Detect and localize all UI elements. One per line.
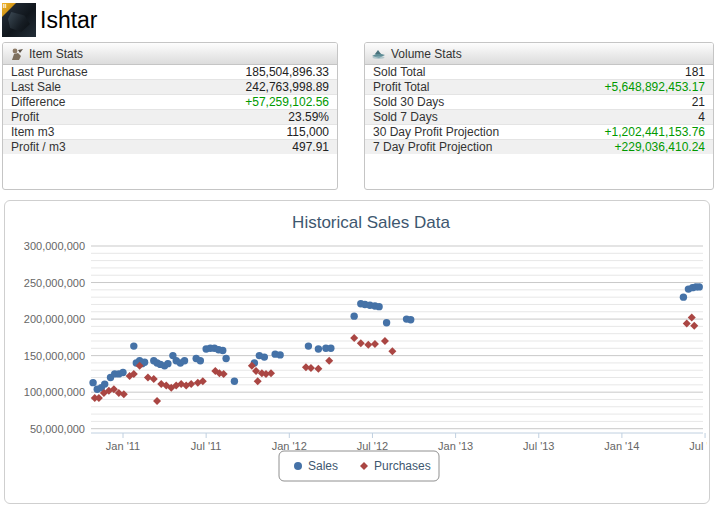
data-point	[696, 283, 703, 290]
item-stats-title: Item Stats	[29, 47, 83, 61]
stat-value: 497.91	[292, 140, 329, 154]
data-point	[325, 357, 333, 365]
x-axis-label: Jul '11	[191, 440, 222, 452]
series-sales	[89, 283, 703, 393]
data-point	[144, 374, 152, 382]
x-axis-label: Jul '12	[357, 440, 388, 452]
stat-value: 4	[698, 110, 705, 124]
data-point	[164, 360, 171, 367]
volume-stats-icon	[371, 47, 386, 61]
stat-row: Profit / m3497.91	[3, 140, 337, 154]
stat-row: 7 Day Profit Projection+229,036,410.24	[365, 140, 713, 154]
x-axis-label: Jan '12	[272, 440, 307, 452]
x-axis-label: Jan '11	[106, 440, 140, 452]
volume-stats-panel: Volume Stats Sold Total181Profit Total+5…	[364, 42, 714, 190]
volume-stats-rows: Sold Total181Profit Total+5,648,892,453.…	[365, 65, 713, 154]
stat-value: 115,000	[287, 125, 330, 139]
stat-row: Sold 30 Days21	[365, 95, 713, 110]
item-stats-header: Item Stats	[3, 43, 337, 65]
data-point	[231, 377, 238, 384]
purchases-legend-label: Purchases	[374, 459, 431, 473]
stat-label: Profit	[11, 110, 39, 124]
stat-label: Last Sale	[11, 80, 61, 94]
stat-value: 185,504,896.33	[246, 65, 329, 79]
data-point	[276, 351, 283, 358]
data-point	[688, 314, 696, 322]
y-axis-label: 150,000,000	[24, 350, 85, 362]
data-point	[690, 322, 698, 330]
data-point	[407, 316, 414, 323]
data-point	[197, 357, 204, 364]
data-point	[381, 337, 389, 345]
data-point	[261, 353, 268, 360]
stat-value: +57,259,102.56	[245, 95, 329, 109]
data-point	[350, 312, 357, 319]
stat-value: 242,763,998.89	[246, 80, 329, 94]
legend: SalesPurchases	[279, 451, 439, 481]
stat-label: Last Purchase	[11, 65, 88, 79]
item-stats-rows: Last Purchase185,504,896.33Last Sale242,…	[3, 65, 337, 154]
stat-label: Sold 30 Days	[373, 95, 444, 109]
data-point	[119, 369, 126, 376]
chart-title: Historical Sales Data	[292, 213, 450, 232]
y-axis-label: 50,000,000	[30, 423, 85, 435]
page-title: Ishtar	[40, 7, 98, 34]
x-axis-label: Jul '14	[689, 440, 707, 452]
data-point	[101, 380, 108, 387]
stat-row: Item m3115,000	[3, 125, 337, 140]
stat-value: +1,202,441,153.76	[605, 125, 705, 139]
data-point	[680, 293, 687, 300]
data-point	[181, 357, 188, 364]
stat-label: Sold Total	[373, 65, 425, 79]
chart-panel: 50,000,000100,000,000150,000,000200,000,…	[4, 200, 710, 504]
stat-value: +5,648,892,453.17	[605, 80, 705, 94]
stat-row: Last Sale242,763,998.89	[3, 80, 337, 95]
y-axis-label: 250,000,000	[24, 277, 85, 289]
sales-legend-label: Sales	[308, 459, 338, 473]
sales-legend-marker	[294, 462, 302, 470]
stat-value: 23.59%	[288, 110, 329, 124]
data-point	[150, 375, 158, 383]
item-stats-icon	[9, 47, 24, 61]
data-point	[89, 379, 96, 386]
data-point	[327, 345, 334, 352]
stat-label: 7 Day Profit Projection	[373, 140, 492, 154]
stat-label: Profit / m3	[11, 140, 66, 154]
data-point	[315, 345, 322, 352]
stat-row: Sold Total181	[365, 65, 713, 80]
stat-label: Difference	[11, 95, 65, 109]
stat-label: Item m3	[11, 125, 54, 139]
stat-row: Profit23.59%	[3, 110, 337, 125]
data-point	[130, 342, 137, 349]
stat-value: +229,036,410.24	[615, 140, 705, 154]
data-point	[375, 303, 382, 310]
stat-row: 30 Day Profit Projection+1,202,441,153.7…	[365, 125, 713, 140]
stat-row: Sold 7 Days4	[365, 110, 713, 125]
y-axis-label: 200,000,000	[24, 313, 85, 325]
volume-stats-header: Volume Stats	[365, 43, 713, 65]
stat-row: Last Purchase185,504,896.33	[3, 65, 337, 80]
data-point	[357, 339, 365, 347]
data-point	[364, 341, 372, 349]
page-header: II Ishtar	[2, 2, 98, 38]
stat-row: Profit Total+5,648,892,453.17	[365, 80, 713, 95]
item-type-icon: II	[2, 3, 36, 37]
stat-label: Profit Total	[373, 80, 429, 94]
data-point	[314, 365, 322, 373]
y-axis-label: 300,000,000	[24, 240, 85, 252]
stat-value: 181	[685, 65, 705, 79]
data-point	[254, 377, 262, 385]
stat-label: 30 Day Profit Projection	[373, 125, 499, 139]
chart-canvas: 50,000,000100,000,000150,000,000200,000,…	[5, 201, 707, 501]
data-point	[153, 397, 161, 405]
item-stats-panel: Item Stats Last Purchase185,504,896.33La…	[2, 42, 338, 190]
data-point	[222, 355, 229, 362]
stat-row: Difference+57,259,102.56	[3, 95, 337, 110]
volume-stats-title: Volume Stats	[391, 47, 462, 61]
tech2-badge-label: II	[3, 3, 6, 10]
stat-value: 21	[692, 95, 705, 109]
data-point	[383, 319, 390, 326]
x-axis-label: Jul '13	[523, 440, 554, 452]
x-axis-label: Jan '13	[438, 440, 473, 452]
ship-render	[8, 12, 30, 32]
